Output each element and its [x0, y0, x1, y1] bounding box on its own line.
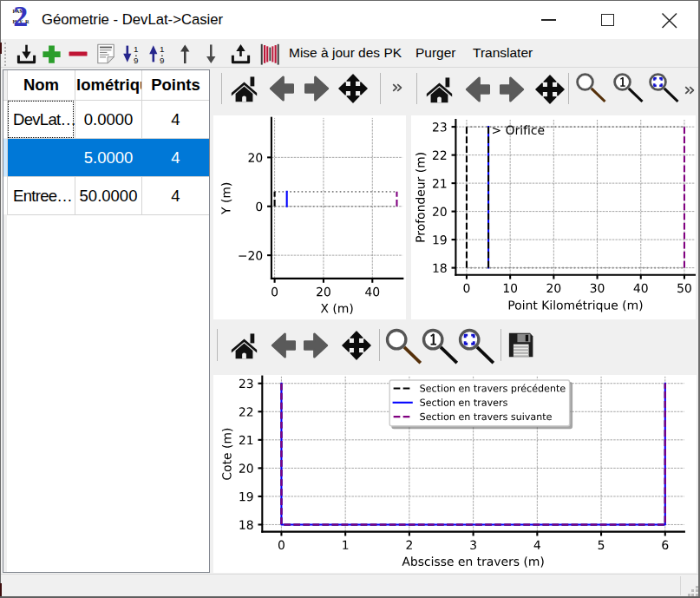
- svg-text:1: 1: [134, 44, 138, 54]
- svg-text:9: 9: [134, 56, 138, 64]
- svg-text:9: 9: [160, 56, 164, 64]
- svg-text:1: 1: [160, 44, 164, 54]
